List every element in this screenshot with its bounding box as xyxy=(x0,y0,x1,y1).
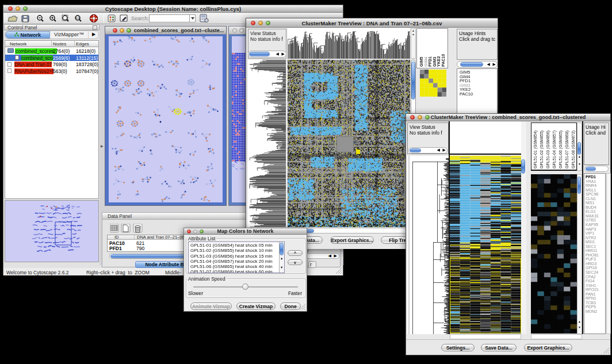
svg-text:1:1: 1:1 xyxy=(76,17,80,20)
